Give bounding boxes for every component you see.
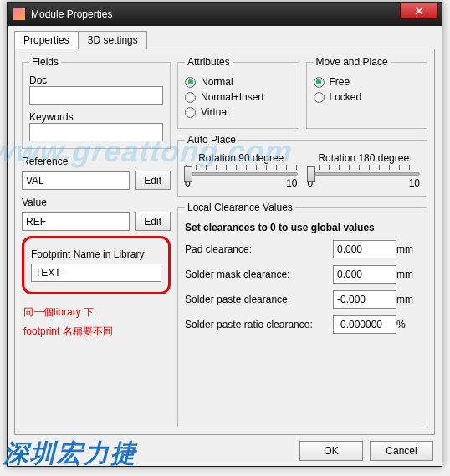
value-edit-button[interactable]: Edit	[135, 212, 171, 231]
attributes-group: Attributes Normal Normal+Insert	[177, 56, 299, 129]
radio-icon	[185, 77, 196, 88]
auto-place-legend: Auto Place	[185, 134, 238, 146]
ok-button[interactable]: OK	[299, 441, 363, 461]
footprint-input[interactable]	[31, 264, 161, 282]
close-icon	[415, 7, 423, 15]
paste-clearance-input[interactable]	[333, 290, 396, 309]
fields-legend: Fields	[29, 56, 61, 68]
mask-clearance-label: Solder mask clearance:	[185, 269, 333, 280]
rot90-slider[interactable]	[185, 172, 298, 176]
footprint-label: Footprint Name in Library	[31, 248, 161, 260]
close-button[interactable]	[400, 3, 438, 19]
attr-normal-label: Normal	[201, 76, 233, 88]
rot180-slider[interactable]	[308, 172, 421, 176]
ratio-clearance-unit: %	[396, 319, 420, 330]
doc-label: Doc	[29, 74, 163, 86]
rot90-label: Rotation 90 degree	[185, 152, 298, 164]
auto-place-group: Auto Place Rotation 90 degree 0 10	[177, 134, 427, 197]
radio-icon	[314, 92, 325, 103]
tabstrip: Properties 3D settings	[14, 31, 435, 49]
ratio-clearance-input[interactable]	[333, 315, 396, 334]
module-properties-window: Module Properties Properties 3D settings…	[7, 2, 442, 467]
attr-normal-row[interactable]: Normal	[185, 76, 292, 88]
fields-group: Fields Doc Keywords	[22, 56, 171, 149]
mp-free-label: Free	[330, 76, 350, 88]
footprint-highlight-box: Footprint Name in Library	[22, 236, 171, 294]
doc-input[interactable]	[29, 86, 163, 105]
pad-clearance-label: Pad clearance:	[185, 243, 333, 255]
attributes-legend: Attributes	[185, 56, 233, 68]
dialog-button-bar: OK Cancel	[299, 441, 433, 461]
radio-icon	[185, 92, 196, 103]
mask-clearance-unit: mm	[396, 269, 420, 280]
reference-label: Reference	[22, 156, 171, 167]
move-place-legend: Move and Place	[314, 56, 391, 68]
rot90-max: 10	[286, 177, 297, 189]
ratio-clearance-label: Solder paste ratio clearance:	[185, 319, 333, 330]
mp-locked-label: Locked	[330, 91, 362, 103]
window-title: Module Properties	[31, 8, 400, 20]
tab-panel-properties: Fields Doc Keywords Reference Edit	[14, 49, 435, 435]
annotation-line2: footprint 名稱要不同	[23, 322, 171, 341]
rot180-label: Rotation 180 degree	[308, 152, 421, 164]
radio-icon	[314, 77, 325, 88]
attr-virtual-row[interactable]: Virtual	[185, 106, 292, 118]
reference-edit-button[interactable]: Edit	[135, 171, 171, 190]
radio-icon	[185, 107, 196, 118]
mp-free-row[interactable]: Free	[314, 76, 421, 88]
slider-thumb-icon[interactable]	[184, 166, 192, 182]
annotation-text: 同一個library 下, footprint 名稱要不同	[22, 303, 171, 341]
slider-thumb-icon[interactable]	[307, 166, 315, 182]
clearance-legend: Local Clearance Values	[185, 202, 295, 213]
value-input[interactable]	[22, 212, 130, 231]
clearance-group: Local Clearance Values Set clearances to…	[177, 202, 427, 427]
attr-normal-insert-row[interactable]: Normal+Insert	[185, 91, 292, 103]
titlebar[interactable]: Module Properties	[8, 3, 442, 26]
reference-input[interactable]	[22, 171, 130, 190]
cancel-button[interactable]: Cancel	[370, 441, 433, 461]
keywords-input[interactable]	[29, 123, 163, 141]
mp-locked-row[interactable]: Locked	[314, 91, 421, 103]
move-place-group: Move and Place Free Locked	[306, 56, 428, 129]
clearance-note: Set clearances to 0 to use global values	[185, 222, 420, 233]
attr-virtual-label: Virtual	[201, 106, 229, 118]
attr-normal-insert-label: Normal+Insert	[201, 91, 264, 103]
app-icon	[13, 8, 26, 21]
paste-clearance-unit: mm	[396, 294, 420, 305]
annotation-line1: 同一個library 下,	[23, 303, 171, 322]
paste-clearance-label: Solder paste clearance:	[185, 294, 333, 305]
rot180-max: 10	[409, 177, 420, 189]
tab-3d-settings[interactable]: 3D settings	[79, 31, 147, 49]
pad-clearance-input[interactable]	[333, 240, 396, 258]
tab-properties[interactable]: Properties	[14, 31, 79, 49]
pad-clearance-unit: mm	[396, 243, 420, 255]
value-label: Value	[22, 197, 171, 208]
keywords-label: Keywords	[29, 111, 163, 123]
mask-clearance-input[interactable]	[333, 265, 396, 284]
